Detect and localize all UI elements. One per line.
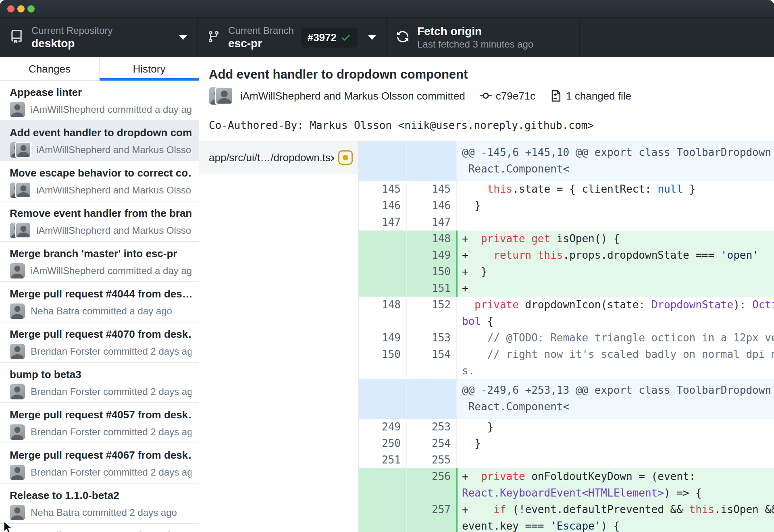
commit-list-item[interactable]: Remove event handler from the bran…iAmWi… xyxy=(0,202,199,242)
diff-code: private dropdownIcon(state: DropdownStat… xyxy=(456,297,774,330)
commit-meta: iAmWillShepherd and Markus Olsson commit… xyxy=(209,88,764,104)
commit-list-item[interactable]: Merge branch 'master' into esc-priAmWill… xyxy=(0,242,199,282)
old-line-number xyxy=(359,264,406,280)
avatar xyxy=(10,344,25,359)
commit-list-meta-text: Brendan Forster committed 2 days ago xyxy=(31,467,191,478)
diff-context-line: 149153 // @TODO: Remake triangle octicon… xyxy=(359,330,774,346)
avatar-stack xyxy=(10,384,25,399)
chevron-down-icon xyxy=(179,35,187,40)
commit-list-title: Merge pull request #4044 from des… xyxy=(10,287,191,300)
diff-code: } xyxy=(456,197,774,214)
diff-added-line[interactable]: 257+ if (!event.defaultPrevented && this… xyxy=(359,501,774,532)
commit-list-meta: iAmWillShepherd committed a day ago xyxy=(10,102,191,117)
commit-list-meta-text: iAmWillShepherd committed a day ago xyxy=(31,104,191,115)
diff-added-line[interactable]: 256+ private onFoldoutKeyDown = (event: … xyxy=(359,468,774,501)
changed-files-panel: app/src/ui/t…/dropdown.tsx xyxy=(199,141,359,532)
commit-list-title: Appease linter xyxy=(10,86,191,99)
commit-list-meta: iAmWillShepherd and Markus Olsson… xyxy=(10,223,191,238)
commit-list-item[interactable]: Merge pull request #4067 from desk…Brend… xyxy=(0,443,199,484)
avatar xyxy=(15,223,31,238)
old-line-number xyxy=(359,468,406,501)
diff-context-line: 249253 } xyxy=(359,419,774,435)
commit-sha: c79e71c xyxy=(496,90,535,102)
new-line-number xyxy=(406,141,456,181)
old-line-number: 149 xyxy=(359,330,406,346)
commit-title: Add event handler to dropdown component xyxy=(209,67,764,82)
old-line-number xyxy=(359,247,406,264)
traffic-lights xyxy=(7,5,35,12)
fetch-origin-button[interactable]: Fetch origin Last fetched 3 minutes ago xyxy=(387,18,580,57)
old-line-number: 146 xyxy=(359,197,406,214)
diff-added-line[interactable]: 151+ xyxy=(359,280,774,297)
commit-list-item[interactable]: Move escape behavior to correct co…iAmWi… xyxy=(0,161,199,202)
zoom-window-button[interactable] xyxy=(27,5,35,12)
diff-code xyxy=(456,452,774,468)
pr-number-badge[interactable]: #3972 xyxy=(301,28,358,48)
avatar xyxy=(10,303,25,319)
avatar xyxy=(10,505,25,520)
avatar xyxy=(10,465,25,480)
avatar-stack xyxy=(10,102,25,117)
diff-hunk-header: @@ -249,6 +253,13 @@ export class Toolba… xyxy=(359,379,774,419)
avatar xyxy=(10,384,25,399)
commit-list-item[interactable]: Appease linteriAmWillShepherd committed … xyxy=(0,81,199,121)
avatar-stack xyxy=(10,183,31,198)
diff-code: + private onFoldoutKeyDown = (event: Rea… xyxy=(456,468,774,501)
new-line-number: 255 xyxy=(406,452,456,468)
commit-authors: iAmWillShepherd and Markus Olsson commit… xyxy=(240,90,465,102)
modified-status-icon xyxy=(338,150,353,165)
diff-hunk-header: @@ -145,6 +145,10 @@ export class Toolba… xyxy=(359,141,774,181)
new-line-number: 149 xyxy=(406,247,456,264)
github-desktop-window: Current Repository desktop Current Branc… xyxy=(0,0,774,532)
avatar-stack xyxy=(209,87,233,105)
commit-list-item[interactable]: Merge pull request #4057 from desk…Brend… xyxy=(0,403,199,443)
commit-list-meta: Brendan Forster committed 2 days ago xyxy=(10,424,191,440)
old-line-number xyxy=(359,501,406,532)
diff-code: + private get isOpen() { xyxy=(456,231,774,247)
new-line-number: 153 xyxy=(406,330,456,346)
commit-list-item[interactable]: Add event handler to dropdown com…iAmWil… xyxy=(0,121,199,161)
diff-added-line[interactable]: 148+ private get isOpen() { xyxy=(359,231,774,247)
file-list-item[interactable]: app/src/ui/t…/dropdown.tsx xyxy=(199,141,358,174)
commit-list-title: Move escape behavior to correct co… xyxy=(10,166,191,179)
commit-list-item[interactable]: Release to 1.1.0-beta2Neha Batra committ… xyxy=(0,484,199,524)
diff-context-line: 147147 xyxy=(359,214,774,231)
old-line-number: 250 xyxy=(359,435,406,452)
diff-code: // @TODO: Remake triangle octicon in a 1… xyxy=(456,330,774,346)
avatar xyxy=(15,183,31,198)
new-line-number: 254 xyxy=(406,435,456,452)
diff-added-line[interactable]: 149+ return this.props.dropdownState ===… xyxy=(359,247,774,264)
sidebar-tabbar: Changes History xyxy=(0,58,199,81)
window-titlebar[interactable] xyxy=(0,0,774,18)
commit-list-meta: iAmWillShepherd and Markus Olsson… xyxy=(10,183,191,198)
current-repository-label: Current Repository xyxy=(31,25,112,37)
commit-list-meta-text: Brendan Forster committed 2 days ago xyxy=(31,426,191,438)
new-line-number xyxy=(406,379,456,419)
commit-list-item[interactable]: Merge pull request #4070 from desk…Brend… xyxy=(0,322,199,363)
current-branch-button[interactable]: Current Branch esc-pr #3972 xyxy=(198,18,387,57)
old-line-number xyxy=(359,141,406,181)
toolbar-spacer xyxy=(580,18,774,57)
commit-list: Appease linteriAmWillShepherd committed … xyxy=(0,81,199,532)
diff-code: + return this.props.dropdownState === 'o… xyxy=(456,247,774,264)
diff-context-line: 251255 xyxy=(359,452,774,468)
old-line-number: 145 xyxy=(359,181,406,197)
diff-code: + } xyxy=(456,264,774,280)
new-line-number: 154 xyxy=(406,346,456,379)
commit-detail-panel: Add event handler to dropdown component … xyxy=(199,58,774,532)
new-line-number: 256 xyxy=(406,468,456,501)
diff-view[interactable]: @@ -145,6 +145,10 @@ export class Toolba… xyxy=(359,141,774,532)
repo-icon xyxy=(10,30,23,45)
commit-list-item[interactable]: Merge pull request #4044 from des…Neha B… xyxy=(0,282,199,322)
commit-list-meta: iAmWillShepherd committed a day ago xyxy=(10,263,191,278)
close-window-button[interactable] xyxy=(7,5,15,12)
commit-list-item[interactable]: bump to beta3Brendan Forster committed 2… xyxy=(0,363,199,403)
commit-list-item[interactable]: Merge pull request #4072 from d… xyxy=(0,524,199,532)
diff-added-line[interactable]: 150+ } xyxy=(359,264,774,280)
minimize-window-button[interactable] xyxy=(17,5,25,12)
current-repository-button[interactable]: Current Repository desktop xyxy=(0,18,198,57)
tab-history[interactable]: History xyxy=(99,58,199,80)
avatar-stack xyxy=(10,223,31,238)
avatar-stack xyxy=(10,465,25,480)
tab-changes[interactable]: Changes xyxy=(0,58,99,80)
